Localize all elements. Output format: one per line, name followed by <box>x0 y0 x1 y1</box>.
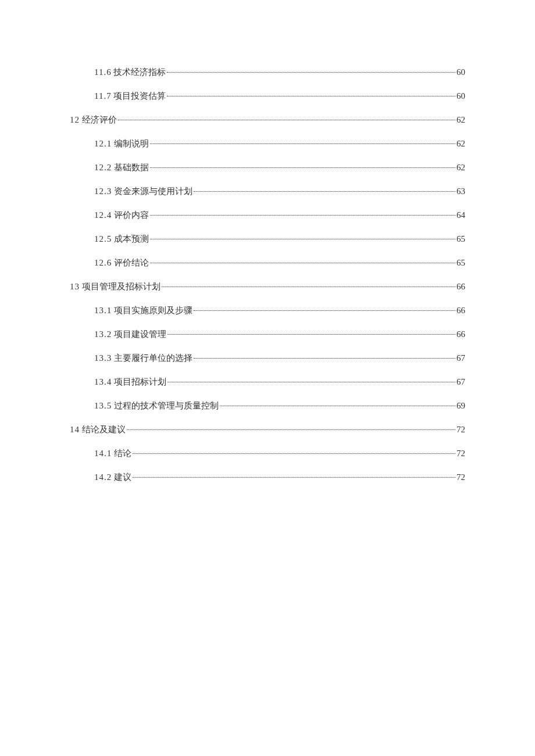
toc-entry-label: 13.4 项目招标计划 <box>94 377 166 388</box>
toc-entry: 13.5 过程的技术管理与质量控制 69 <box>70 400 465 411</box>
toc-leader-dots <box>150 215 455 216</box>
toc-leader-dots <box>167 334 455 335</box>
toc-entry-number: 12.4 <box>94 210 112 220</box>
toc-entry: 12.6 评价结论 65 <box>70 257 465 268</box>
toc-entry: 12.5 成本预测 65 <box>70 234 465 245</box>
toc-entry-page: 60 <box>456 67 465 77</box>
toc-entry: 14.2 建议 72 <box>70 472 465 483</box>
toc-leader-dots <box>167 96 455 96</box>
toc-entry: 11.6 技术经济指标 60 <box>70 67 465 78</box>
toc-leader-dots <box>162 286 455 287</box>
toc-leader-dots <box>150 239 455 239</box>
toc-entry-page: 64 <box>456 210 465 220</box>
toc-entry-number: 14 <box>70 425 80 434</box>
toc-entry-number: 13.2 <box>94 329 112 339</box>
toc-entry-page: 72 <box>456 425 465 435</box>
toc-leader-dots <box>194 358 455 359</box>
toc-entry-number: 11.6 <box>94 67 112 77</box>
toc-entry-label: 12.1 编制说明 <box>94 138 149 149</box>
toc-entry-title: 经济评价 <box>82 115 117 124</box>
toc-entry-page: 66 <box>456 282 465 292</box>
toc-entry-page: 63 <box>456 187 465 196</box>
toc-entry: 13.3 主要履行单位的选择 67 <box>70 353 465 364</box>
toc-entry-number: 14.2 <box>94 472 112 482</box>
toc-entry: 13 项目管理及招标计划 66 <box>70 281 465 292</box>
toc-leader-dots <box>150 167 455 168</box>
toc-entry-title: 项目实施原则及步骤 <box>114 306 192 315</box>
toc-entry-title: 结论 <box>114 449 131 458</box>
toc-entry-label: 11.6 技术经济指标 <box>94 67 166 78</box>
toc-entry-page: 72 <box>456 472 465 482</box>
toc-entry-number: 14.1 <box>94 449 112 458</box>
toc-entry: 14.1 结论 72 <box>70 448 465 459</box>
toc-entry-title: 主要履行单位的选择 <box>114 353 192 363</box>
toc-entry-title: 评价结论 <box>114 258 149 267</box>
toc-entry-page: 60 <box>456 91 465 101</box>
toc-entry: 12 经济评价 62 <box>70 114 465 126</box>
toc-entry-title: 技术经济指标 <box>113 67 166 77</box>
toc-leader-dots <box>167 72 455 73</box>
toc-entry-label: 12.6 评价结论 <box>94 257 149 268</box>
toc-leader-dots <box>133 453 455 454</box>
toc-entry-page: 65 <box>456 234 465 244</box>
toc-entry-label: 12.4 评价内容 <box>94 210 149 221</box>
toc-entry-title: 成本预测 <box>114 234 149 243</box>
toc-entry-label: 12.5 成本预测 <box>94 234 149 245</box>
toc-entry-title: 编制说明 <box>114 139 149 148</box>
toc-entry-page: 67 <box>456 377 465 387</box>
toc-entry-page: 66 <box>456 306 465 316</box>
toc-entry: 12.2 基础数据 62 <box>70 162 465 173</box>
toc-entry-label: 11.7 项目投资估算 <box>94 91 166 102</box>
toc-entry-label: 14.1 结论 <box>94 448 131 459</box>
toc-leader-dots <box>150 144 455 144</box>
toc-entry: 12.1 编制说明 62 <box>70 138 465 149</box>
toc-entry: 12.4 评价内容 64 <box>70 210 465 221</box>
toc-entry-label: 12.3 资金来源与使用计划 <box>94 186 192 197</box>
toc-entry-label: 12.2 基础数据 <box>94 162 149 173</box>
toc-leader-dots <box>194 191 455 192</box>
toc-entry-number: 12.6 <box>94 258 112 267</box>
toc-entry-title: 资金来源与使用计划 <box>114 187 192 196</box>
toc-entry-number: 12.3 <box>94 187 112 196</box>
toc-entry-number: 13.5 <box>94 401 112 410</box>
toc-entry: 13.1 项目实施原则及步骤 66 <box>70 305 465 316</box>
toc-entry-title: 过程的技术管理与质量控制 <box>114 401 219 410</box>
toc-leader-dots <box>150 263 455 263</box>
toc-entry-title: 项目招标计划 <box>114 377 166 386</box>
toc-entry-page: 67 <box>456 353 465 363</box>
table-of-contents: 11.6 技术经济指标 6011.7 项目投资估算 6012 经济评价 6212… <box>70 67 465 483</box>
toc-entry-title: 结论及建议 <box>82 425 126 434</box>
toc-entry-label: 13.5 过程的技术管理与质量控制 <box>94 400 219 411</box>
toc-entry-page: 62 <box>456 163 465 173</box>
toc-entry-page: 62 <box>456 139 465 149</box>
toc-entry-label: 14.2 建议 <box>94 472 131 483</box>
toc-entry-page: 72 <box>456 449 465 458</box>
toc-leader-dots <box>167 382 455 382</box>
toc-leader-dots <box>133 477 455 478</box>
toc-leader-dots <box>194 310 455 311</box>
toc-entry-title: 项目建设管理 <box>114 329 166 339</box>
toc-entry-title: 建议 <box>114 472 131 482</box>
toc-entry-page: 69 <box>456 401 465 411</box>
toc-entry-title: 项目管理及招标计划 <box>82 282 160 291</box>
toc-entry: 13.2 项目建设管理 66 <box>70 329 465 340</box>
toc-entry-title: 项目投资估算 <box>113 91 166 101</box>
toc-entry-number: 12.2 <box>94 163 112 172</box>
toc-leader-dots <box>118 120 455 120</box>
toc-leader-dots <box>220 406 455 406</box>
toc-entry-label: 13.2 项目建设管理 <box>94 329 166 340</box>
toc-entry-page: 62 <box>456 115 465 125</box>
toc-entry-number: 12.5 <box>94 234 112 243</box>
toc-entry-title: 基础数据 <box>114 163 149 172</box>
toc-entry-label: 12 经济评价 <box>70 114 117 126</box>
toc-entry-number: 12 <box>70 115 80 124</box>
toc-entry-number: 13.4 <box>94 377 112 386</box>
toc-entry: 13.4 项目招标计划 67 <box>70 377 465 388</box>
toc-entry-label: 13.1 项目实施原则及步骤 <box>94 305 192 316</box>
toc-entry-number: 13 <box>70 282 80 291</box>
toc-entry-number: 11.7 <box>94 91 112 101</box>
toc-entry-number: 12.1 <box>94 139 112 148</box>
toc-leader-dots <box>127 429 455 430</box>
toc-entry-number: 13.1 <box>94 306 112 315</box>
toc-entry-label: 14 结论及建议 <box>70 424 126 435</box>
